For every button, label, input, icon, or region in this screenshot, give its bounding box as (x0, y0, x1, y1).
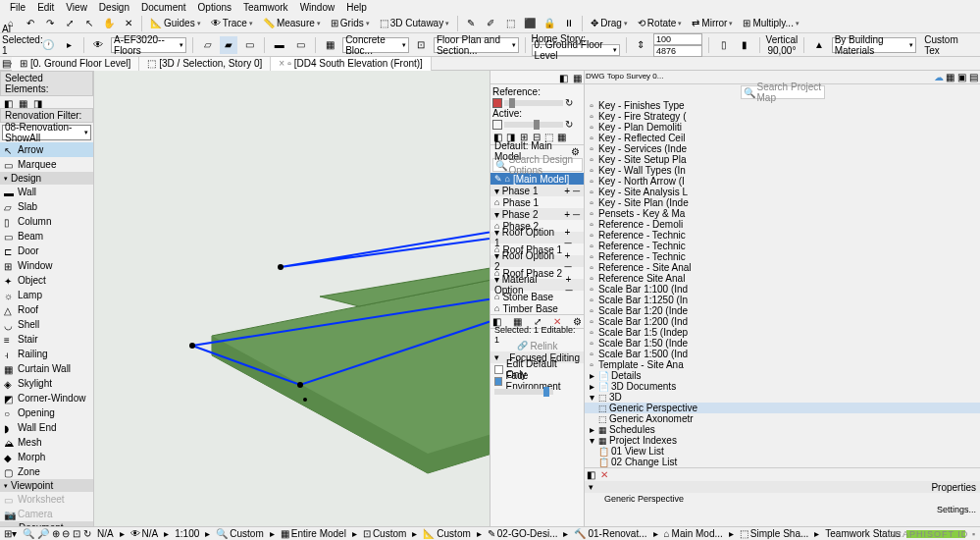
menu-file[interactable]: File (4, 2, 31, 13)
group-icon[interactable]: ⬚ (501, 15, 519, 32)
nav-schedules[interactable]: ▸▦Schedules (585, 424, 980, 435)
active-opacity-slider[interactable] (504, 122, 563, 128)
renovation-filter-selector[interactable]: 08-Renovation-ShowAll (2, 125, 91, 140)
tool-curtainwall[interactable]: ▦Curtain Wall (0, 361, 93, 376)
sb-zoom[interactable]: 🔍 Custom (216, 528, 263, 539)
geom1-icon[interactable]: ▱ (199, 36, 216, 54)
ungroup-icon[interactable]: ⬛ (521, 15, 539, 32)
sb-main[interactable]: ⌂ Main Mod... (664, 528, 723, 539)
rotate-dropdown[interactable]: ⟲ Rotate (634, 15, 686, 32)
nav-item[interactable]: ▫Key - Site Plan (Inde (585, 197, 980, 208)
ref1-icon[interactable]: ▯ (715, 36, 732, 54)
suspend-icon[interactable]: ⏸ (560, 15, 578, 32)
struct2-icon[interactable]: ▭ (291, 36, 308, 54)
sb-entire[interactable]: ▦ Entire Model (281, 528, 346, 539)
tool-shell[interactable]: ◡Shell (0, 317, 93, 332)
custom-texture-label[interactable]: Custom Tex (920, 34, 978, 56)
roof2-header[interactable]: ▾ Roof Option 2+ ─ (490, 255, 584, 267)
measure-dropdown[interactable]: 📏 Measure (259, 15, 325, 32)
plan-icon[interactable]: ⊡ (413, 36, 430, 54)
menu-teamwork[interactable]: Teamwork (237, 2, 294, 13)
nav-item[interactable]: ▫Key - Reflected Ceil (585, 133, 980, 143)
nav-cloud-icon[interactable]: ☁ (933, 72, 944, 82)
nav-details[interactable]: ▸📄Details (585, 370, 980, 381)
nav-new-icon[interactable]: ◧ (586, 469, 596, 480)
tab-elevation[interactable]: ×▫[DD4 South Elevation (Front)] (271, 57, 432, 71)
nav-item[interactable]: ▫Key - Fire Strategy ( (585, 111, 980, 122)
sb-reno[interactable]: 🔨 01-Renovat... (574, 528, 646, 539)
trace-dropdown[interactable]: 👁 Trace (207, 15, 257, 32)
nav-perspective[interactable]: ⬚Generic Perspective (585, 403, 980, 413)
home-story-selector[interactable]: 0. Ground Floor Level (532, 44, 620, 56)
fade-env-checkbox[interactable]: Fade Environment (490, 375, 584, 387)
nav-item[interactable]: ▫Scale Bar 1:500 (Ind (585, 349, 980, 359)
3d-viewport[interactable] (94, 71, 490, 526)
geom2-icon[interactable]: ▰ (220, 36, 236, 54)
phase1-header[interactable]: ▾ Phase 1+ ─ (490, 185, 584, 196)
menu-edit[interactable]: Edit (31, 2, 60, 13)
tool-door[interactable]: ⊏Door (0, 243, 93, 258)
menu-view[interactable]: View (60, 2, 93, 13)
nav-item[interactable]: ▫Reference - Technic (585, 230, 980, 241)
plan-selector[interactable]: Floor Plan and Section... (434, 37, 519, 53)
nav-item[interactable]: ▫Key - North Arrow (I (585, 176, 980, 187)
tool-roof[interactable]: △Roof (0, 302, 93, 317)
sb-scale[interactable]: 1:100 (175, 528, 199, 539)
favorite-icon[interactable]: 🕐 (39, 36, 56, 54)
panel-nav2-icon[interactable]: ▦ (571, 72, 583, 83)
settings-icon[interactable]: ▸ (60, 36, 77, 54)
tool-beam[interactable]: ▭Beam (0, 229, 93, 243)
nav-item[interactable]: ▫Key - Wall Types (In (585, 165, 980, 176)
menu-help[interactable]: Help (340, 2, 373, 13)
ref-opacity-slider[interactable] (504, 100, 563, 106)
design-group-header[interactable]: Design (0, 172, 93, 185)
elevation-bottom-input[interactable] (653, 45, 702, 57)
tool-railing[interactable]: ⫞Railing (0, 347, 93, 361)
pick-icon[interactable]: ⤢ (61, 15, 78, 32)
drag-dropdown[interactable]: ✥ Drag (587, 15, 632, 32)
struct1-icon[interactable]: ▬ (271, 36, 287, 54)
elevation-icon[interactable]: ⇕ (633, 36, 649, 54)
tool-arrow[interactable]: ↖Arrow (0, 142, 93, 157)
sb-zoom-icons[interactable]: 🔍 🔎 ⊕ ⊖ ⊡ ↻ (23, 528, 91, 539)
ref-reset-icon[interactable]: ↻ (565, 97, 573, 108)
menu-window[interactable]: Window (294, 2, 341, 13)
nav-viewlist[interactable]: 📋01 View List (585, 446, 980, 457)
tool-morph[interactable]: ◆Morph (0, 450, 93, 464)
tool-zone[interactable]: ▢Zone (0, 464, 93, 479)
tab-3d[interactable]: ⬚[3D / Selection, Story 0] (139, 57, 271, 71)
redo-icon[interactable]: ↷ (41, 15, 59, 32)
nav-item[interactable]: ▫Key - Services (Inde (585, 143, 980, 154)
phase1-item[interactable]: ⌂ Phase 1 (490, 196, 584, 208)
roof1-header[interactable]: ▾ Roof Option 1+ ─ (490, 232, 584, 243)
layer-selector[interactable]: A-EF3020--Floors (111, 37, 186, 53)
hand-icon[interactable]: ✋ (100, 15, 118, 32)
nav-item[interactable]: ▫Reference - Site Anal (585, 262, 980, 273)
nav-item[interactable]: ▫Scale Bar 1:50 (Inde (585, 338, 980, 349)
tool-object[interactable]: ✦Object (0, 273, 93, 288)
menu-options[interactable]: Options (192, 2, 237, 13)
nav-item[interactable]: ▫Pensets - Key & Ma (585, 208, 980, 219)
sb-shade[interactable]: ⬚ Simple Sha... (740, 528, 808, 539)
nav-item[interactable]: ▫Scale Bar 1:1250 (In (585, 295, 980, 305)
elevation-top-input[interactable] (653, 33, 702, 45)
design-options-search[interactable]: 🔍Search Design Options (492, 158, 583, 172)
sb-custom3[interactable]: 📐 Custom (423, 528, 470, 539)
ref2-icon[interactable]: ▮ (736, 36, 752, 54)
tab-floorplan[interactable]: ⊞[0. Ground Floor Level] (12, 57, 139, 71)
geom3-icon[interactable]: ▭ (241, 36, 258, 54)
nav-indexes[interactable]: ▾▦Project Indexes (585, 435, 980, 446)
sb-custom2[interactable]: ⊡ Custom (363, 528, 406, 539)
mirror-dropdown[interactable]: ⇄ Mirror (688, 15, 737, 32)
nav-item[interactable]: ▫Reference - Technic (585, 251, 980, 262)
timber-item[interactable]: ⌂ Timber Base (490, 302, 584, 314)
fade-slider[interactable] (494, 389, 553, 395)
nav-axonometry[interactable]: ⬚Generic Axonometr (585, 413, 980, 424)
menu-design[interactable]: Design (93, 2, 135, 13)
lock-icon[interactable]: 🔒 (541, 15, 558, 32)
tool-column[interactable]: ▯Column (0, 214, 93, 229)
nav-layout-icon[interactable]: ▤ (968, 72, 979, 82)
tool-wallend[interactable]: ◗Wall End (0, 420, 93, 435)
tool-cornerwindow[interactable]: ◩Corner-Window (0, 391, 93, 405)
edit2-icon[interactable]: ✐ (482, 15, 499, 32)
